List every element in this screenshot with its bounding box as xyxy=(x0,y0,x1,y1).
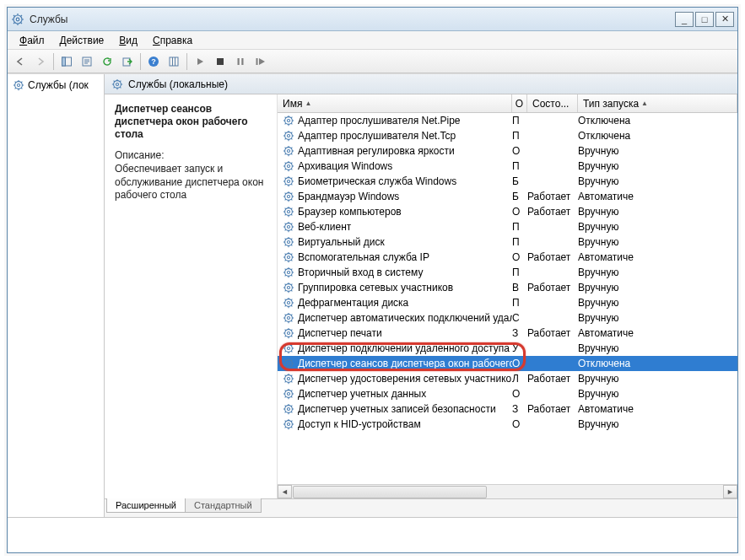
menu-help[interactable]: Справка xyxy=(146,33,199,48)
service-startup-cell: Вручную xyxy=(578,145,737,157)
service-desc-cell: О xyxy=(512,145,527,157)
toolbar-separator xyxy=(53,53,54,70)
service-desc-cell: О xyxy=(512,251,527,263)
service-row[interactable]: Группировка сетевых участниковВРаботаетВ… xyxy=(278,280,737,295)
service-startup-cell: Вручную xyxy=(578,236,737,248)
services-rows[interactable]: Адаптер прослушивателя Net.PipeПОтключен… xyxy=(278,113,737,484)
restart-service-button[interactable] xyxy=(251,52,270,71)
tab-standard[interactable]: Стандартный xyxy=(185,498,262,513)
service-desc-cell: З xyxy=(512,327,527,339)
service-row[interactable]: Диспетчер сеансов диспетчера окон рабоче… xyxy=(278,356,737,371)
window-buttons: _ □ ✕ xyxy=(675,12,734,27)
svg-rect-8 xyxy=(170,57,178,66)
svg-rect-11 xyxy=(241,58,243,65)
gear-icon xyxy=(13,79,24,91)
service-row[interactable]: Адаптер прослушивателя Net.PipeПОтключен… xyxy=(278,113,737,128)
column-name[interactable]: Имя▲ xyxy=(278,94,512,112)
service-row[interactable]: Дефрагментация дискаПВручную xyxy=(278,295,737,310)
service-row[interactable]: Диспетчер учетных данныхОВручную xyxy=(278,386,737,401)
service-state-cell: Работает xyxy=(527,327,578,339)
service-row[interactable]: Биометрическая служба WindowsБВручную xyxy=(278,174,737,189)
show-hide-tree-button[interactable] xyxy=(57,52,76,71)
svg-text:?: ? xyxy=(151,57,156,66)
properties-toolbar-button[interactable] xyxy=(78,52,96,71)
scroll-thumb[interactable] xyxy=(293,486,487,498)
gear-icon xyxy=(283,388,294,400)
gear-icon xyxy=(283,373,294,385)
sort-asc-icon: ▲ xyxy=(305,100,311,107)
column-description[interactable]: О xyxy=(512,94,527,112)
back-button[interactable] xyxy=(11,52,30,71)
column-startup-type[interactable]: Тип запуска▲ xyxy=(578,94,737,112)
description-pane: Диспетчер сеансов диспетчера окон рабоче… xyxy=(105,94,278,498)
service-desc-cell: Б xyxy=(512,175,527,187)
scroll-right-button[interactable]: ► xyxy=(723,485,737,498)
service-name: Диспетчер удостоверения сетевых участник… xyxy=(298,373,512,385)
forward-button[interactable] xyxy=(31,52,50,71)
column-state[interactable]: Состо... xyxy=(527,94,578,112)
gear-icon xyxy=(283,418,294,430)
service-name: Биометрическая служба Windows xyxy=(298,175,456,187)
service-row[interactable]: Диспетчер удостоверения сетевых участник… xyxy=(278,371,737,386)
main-split: Диспетчер сеансов диспетчера окон рабоче… xyxy=(105,94,737,498)
menu-file[interactable]: Файл xyxy=(13,33,51,48)
tree-root-label: Службы (лок xyxy=(28,79,89,91)
horizontal-scrollbar[interactable]: ◄ ► xyxy=(278,484,737,498)
service-row[interactable]: Диспетчер учетных записей безопасностиЗР… xyxy=(278,401,737,417)
service-row[interactable]: Доступ к HID-устройствамОВручную xyxy=(278,417,737,432)
columns-button[interactable] xyxy=(165,52,183,71)
pause-service-button[interactable] xyxy=(231,52,250,71)
service-startup-cell: Автоматиче xyxy=(578,327,737,339)
service-desc-cell: П xyxy=(512,236,527,248)
scroll-track[interactable] xyxy=(292,485,723,498)
svg-rect-3 xyxy=(62,57,66,66)
close-button[interactable]: ✕ xyxy=(715,12,734,27)
gear-icon xyxy=(283,221,294,233)
minimize-button[interactable]: _ xyxy=(675,12,694,27)
service-startup-cell: Автоматиче xyxy=(578,403,737,415)
service-name: Диспетчер автоматических подключений уда… xyxy=(298,312,512,324)
service-row[interactable]: Брандмауэр WindowsБРаботаетАвтоматиче xyxy=(278,189,737,204)
service-row[interactable]: Диспетчер печатиЗРаботаетАвтоматиче xyxy=(278,326,737,341)
gear-icon xyxy=(283,251,294,263)
service-row[interactable]: Вторичный вход в системуПВручную xyxy=(278,265,737,280)
service-row[interactable]: Диспетчер автоматических подключений уда… xyxy=(278,310,737,326)
service-name: Дефрагментация диска xyxy=(298,297,408,309)
help-button[interactable]: ? xyxy=(144,52,163,71)
start-service-button[interactable] xyxy=(191,52,209,71)
menubar: Файл Действие Вид Справка xyxy=(8,31,737,50)
service-row[interactable]: Виртуальный дискПВручную xyxy=(278,234,737,250)
service-row[interactable]: Браузер компьютеровОРаботаетВручную xyxy=(278,204,737,219)
service-startup-cell: Вручную xyxy=(578,206,737,218)
service-row[interactable]: Вспомогательная служба IPОРаботаетАвтома… xyxy=(278,250,737,265)
status-bar xyxy=(8,517,737,552)
tab-extended[interactable]: Расширенный xyxy=(106,498,186,513)
services-list: Имя▲ О Состо... Тип запуска▲ Адаптер про… xyxy=(278,94,737,498)
service-row[interactable]: Адаптер прослушивателя Net.TcpПОтключена xyxy=(278,128,737,143)
scroll-left-button[interactable]: ◄ xyxy=(278,485,292,498)
service-name: Вторичный вход в систему xyxy=(298,267,423,278)
service-row[interactable]: Диспетчер подключений удаленного доступа… xyxy=(278,341,737,356)
menu-action[interactable]: Действие xyxy=(53,33,111,48)
tree-root-services[interactable]: Службы (лок xyxy=(9,78,102,93)
service-startup-cell: Вручную xyxy=(578,160,737,172)
refresh-button[interactable] xyxy=(98,52,116,71)
export-button[interactable] xyxy=(118,52,137,71)
svg-rect-9 xyxy=(217,58,224,65)
service-startup-cell: Вручную xyxy=(578,175,737,187)
panel-header: Службы (локальные) xyxy=(105,74,737,94)
service-startup-cell: Автоматиче xyxy=(578,191,737,202)
service-startup-cell: Вручную xyxy=(578,342,737,354)
titlebar[interactable]: Службы _ □ ✕ xyxy=(8,8,737,31)
service-desc-cell: П xyxy=(512,221,527,233)
service-row[interactable]: Адаптивная регулировка яркостиОВручную xyxy=(278,143,737,159)
maximize-button[interactable]: □ xyxy=(695,12,714,27)
service-row[interactable]: Веб-клиентПВручную xyxy=(278,219,737,234)
svg-rect-10 xyxy=(238,58,240,65)
service-name: Брандмауэр Windows xyxy=(298,191,399,202)
service-row[interactable]: Архивация WindowsПВручную xyxy=(278,159,737,174)
tree-pane[interactable]: Службы (лок xyxy=(8,74,105,517)
stop-service-button[interactable] xyxy=(211,52,229,71)
service-state-cell: Работает xyxy=(527,282,578,293)
menu-view[interactable]: Вид xyxy=(112,33,144,48)
